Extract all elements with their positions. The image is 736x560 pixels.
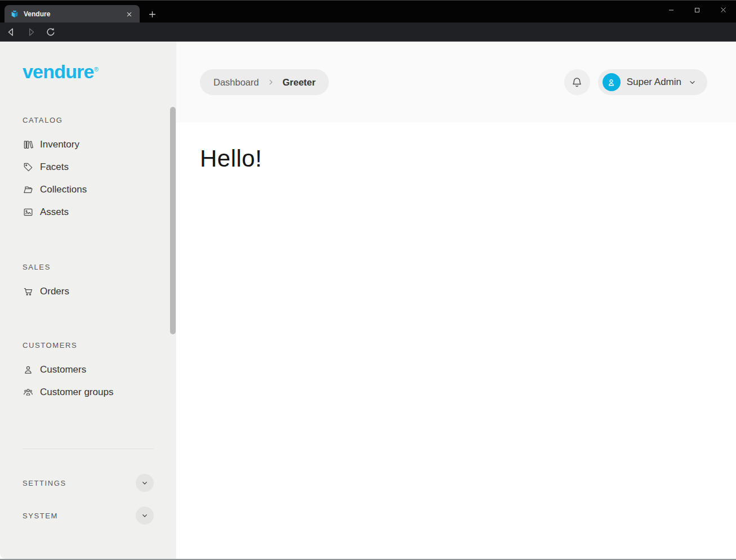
chevron-down-icon [140,511,149,520]
minimize-button[interactable] [658,1,684,19]
sidebar-item-collections[interactable]: Collections [23,178,154,201]
cart-icon [23,286,34,297]
vendure-logo[interactable]: vendure® [23,62,176,81]
notifications-button[interactable] [564,69,590,95]
sidebar-item-customers[interactable]: Customers [23,359,154,381]
back-button[interactable] [3,24,20,40]
user-name: Super Admin [627,77,681,88]
chevron-down-icon [140,478,149,487]
section-label-system: SYSTEM [23,512,58,520]
section-label-sales: SALES [23,263,154,271]
tab-title: Vendure [24,10,50,18]
logo-registered-mark: ® [94,66,98,73]
sidebar-section-settings[interactable]: SETTINGS [23,471,154,495]
breadcrumb-item-dashboard[interactable]: Dashboard [213,77,259,88]
close-window-button[interactable] [710,1,736,19]
sidebar-item-label: Customers [40,364,86,375]
chevron-down-icon [688,78,697,87]
sidebar-item-label: Assets [40,207,69,218]
user-icon [23,364,34,375]
sidebar-item-facets[interactable]: Facets [23,156,154,178]
new-tab-button[interactable] [145,7,159,21]
header-actions: Super Admin [564,69,707,95]
user-avatar [603,73,621,91]
sidebar-item-label: Collections [40,184,87,195]
reload-button[interactable] [42,24,59,40]
sidebar-item-label: Customer groups [40,387,113,398]
sidebar-scrollbar[interactable] [170,107,176,334]
breadcrumb: Dashboard Greeter [200,69,329,95]
sidebar-item-inventory[interactable]: Inventory [23,133,154,156]
breadcrumb-item-greeter: Greeter [283,77,316,88]
sidebar: vendure® CATALOG Inventory [0,42,176,559]
bell-icon [570,76,583,89]
logo-text: vendure [23,61,94,82]
sidebar-item-orders[interactable]: Orders [23,280,154,303]
section-label-customers: CUSTOMERS [23,341,154,350]
sidebar-item-label: Orders [40,286,69,297]
system-expand-button[interactable] [136,507,154,525]
customers-items: Customers Customer groups [23,359,154,404]
browser-tab[interactable]: Vendure [5,5,140,23]
section-label-settings: SETTINGS [23,479,66,487]
folder-icon [23,184,34,195]
sidebar-item-customer-groups[interactable]: Customer groups [23,381,154,404]
settings-expand-button[interactable] [136,474,154,492]
sales-items: Orders [23,280,154,303]
tag-icon [23,162,34,173]
sidebar-item-assets[interactable]: Assets [23,201,154,223]
maximize-button[interactable] [684,1,710,19]
image-icon [23,207,34,218]
greeting-heading: Hello! [200,145,736,172]
window-controls [658,1,736,19]
browser-toolbar: ! localhost:3000/admin/extensions/greet [0,23,736,42]
sidebar-section-system[interactable]: SYSTEM [23,503,154,528]
vendure-favicon-icon [10,10,19,19]
sidebar-item-label: Facets [40,162,69,173]
chevron-right-icon [266,78,275,87]
user-menu-button[interactable]: Super Admin [598,69,707,95]
catalog-items: Inventory Facets Col [23,133,154,223]
sidebar-item-label: Inventory [40,139,79,150]
sidebar-divider [23,449,154,449]
page-body: vendure® CATALOG Inventory [0,42,736,559]
page-header: Dashboard Greeter [176,42,736,123]
library-icon [23,139,34,150]
browser-window: Vendure [0,0,736,560]
browser-titlebar: Vendure [0,0,736,23]
page-content: Hello! [176,123,736,559]
tab-close-icon[interactable] [124,9,134,19]
forward-button[interactable] [23,24,39,40]
section-label-catalog: CATALOG [23,116,154,124]
main-area: Dashboard Greeter [176,42,736,559]
user-avatar-icon [606,77,617,88]
users-group-icon [23,387,34,398]
